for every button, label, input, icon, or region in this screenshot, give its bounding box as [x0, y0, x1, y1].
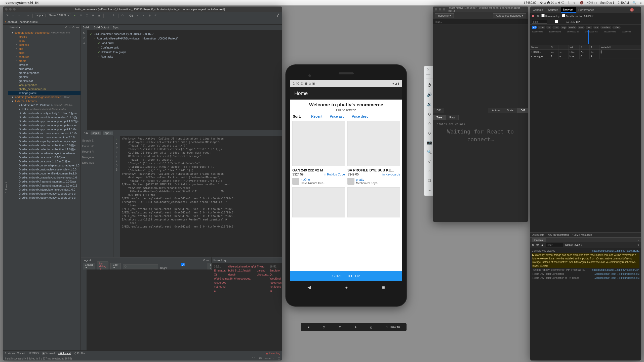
tree-row[interactable]: ▸External Libraries: [8, 99, 80, 103]
hide-data-urls-check[interactable]: Hide data URLs: [549, 20, 582, 24]
tree-row[interactable]: Gradle: androidx.interpolator:interpolat…: [8, 188, 80, 192]
emu-side-button[interactable]: □: [426, 177, 432, 184]
emu-ctrl-button[interactable]: ⊙: [323, 325, 325, 329]
console-settings-icon[interactable]: ⚙: [637, 244, 639, 246]
phone-screen[interactable]: 2:40 ⚙ ⬢ ⊙ ▣ · ▾◢ ▮ Home Welcome to phat…: [290, 80, 402, 294]
product-image[interactable]: [347, 121, 400, 166]
expand-icon[interactable]: ⊟: [83, 41, 85, 44]
tree-row[interactable]: .gradle: [8, 35, 80, 39]
sort-recent[interactable]: Recent: [311, 114, 322, 118]
online-dd[interactable]: Online ▾: [584, 15, 594, 17]
project-panel-header[interactable]: Project ▾ ⊙ ÷ ⚙ —: [8, 25, 80, 30]
filter-pill[interactable]: Manifest: [600, 26, 611, 29]
eventlog-tab[interactable]: ◉ Event Log: [266, 352, 280, 355]
emu-ctrl-button[interactable]: ？ How to: [386, 325, 400, 329]
network-table[interactable]: NameS......Initi...S...T...Waterfall ▪ i…: [530, 45, 641, 59]
tree-row[interactable]: gradlew.bat: [8, 79, 80, 83]
profile-icon[interactable]: ⬡: [85, 13, 89, 18]
quick-action[interactable]: Search E: [82, 138, 112, 143]
tree-row[interactable]: Gradle: androidx.appcompat:appcompat-res…: [8, 123, 80, 127]
product-card[interactable]: GAN 249 2x2 V2 MS$24.59in Rubik's Cubeno…: [292, 121, 345, 185]
bluetooth-icon[interactable]: ᛒ: [568, 1, 570, 5]
autoselect-dd[interactable]: Autoselect instances ▾: [493, 13, 526, 18]
print-icon[interactable]: ⎙: [116, 164, 117, 167]
rerun-icon[interactable]: ↻: [83, 32, 85, 35]
nav-back-icon[interactable]: ◀: [307, 285, 311, 290]
menubar-time[interactable]: 2:40 AM: [618, 1, 629, 5]
tree-row[interactable]: Gradle: androidx.fragment:fragment:1.0.0…: [8, 179, 80, 184]
tree-row[interactable]: Gradle: androidx.appcompat:appcompat:1.1…: [8, 127, 80, 131]
tree-row[interactable]: Gradle: androidx.collection:collection:1…: [8, 147, 80, 151]
tree-row[interactable]: Gradle: androidx.arch.core:core-runtime:…: [8, 135, 80, 139]
tree-row[interactable]: Gradle: androidx.legacy:legacy-support-c…: [8, 192, 80, 196]
filter-pill[interactable]: JS: [546, 26, 551, 29]
build-output-tab[interactable]: Build Output: [94, 26, 109, 29]
debug-icon[interactable]: ⌑: [79, 13, 83, 18]
rerun-icon[interactable]: ▸: [116, 137, 117, 141]
run-config-selector[interactable]: app ▼: [35, 14, 46, 17]
nav-recent-icon[interactable]: ■: [382, 285, 385, 290]
run-icon[interactable]: ▸: [73, 13, 77, 18]
inspector-dd[interactable]: Inspector ▾: [435, 13, 454, 18]
as-titlebar[interactable]: phattv_ecommerce [~/Downloads/_informati…: [3, 7, 282, 12]
network-request-row[interactable]: ▪ index...2......RN...7...2...▍: [530, 50, 641, 54]
forward-icon[interactable]: →: [17, 13, 22, 18]
logcat-device-dd[interactable]: Emulat ▼: [83, 263, 95, 270]
network-tab[interactable]: Network: [561, 7, 576, 13]
tree-row[interactable]: Gradle: androidx.activity:activity:1.0.0…: [8, 111, 80, 115]
git-branch[interactable]: Git: master ⌄: [259, 357, 274, 360]
tree-row[interactable]: gradlew: [8, 75, 80, 79]
tree-row[interactable]: settings.gradle: [8, 91, 80, 95]
tree-row[interactable]: .project: [8, 63, 80, 67]
profiler-tab[interactable]: ⬡ Profiler: [74, 352, 85, 355]
back-icon[interactable]: ←: [11, 13, 16, 18]
tree-row[interactable]: Gradle: androidx.coordinatorlayout:coord…: [8, 151, 80, 155]
build-icon[interactable]: ↙: [26, 13, 30, 18]
nav-home-icon[interactable]: ●: [345, 285, 348, 290]
tree-row[interactable]: gradle.properties: [8, 71, 80, 75]
tree-row[interactable]: Gradle: androidx.arch.core:core-common:2…: [8, 131, 80, 135]
emu-side-button[interactable]: ○: [426, 168, 432, 174]
seller-avatar[interactable]: [292, 178, 299, 185]
tree-tab[interactable]: Tree: [433, 115, 446, 120]
tree-row[interactable]: Gradle: androidx.collection:collection:1…: [8, 143, 80, 147]
product-image[interactable]: [292, 121, 345, 166]
seller-name[interactable]: phattv: [356, 178, 379, 182]
tree-row[interactable]: ▸android [phattv_ecommerce]~/Downloads/_…: [8, 31, 80, 35]
filter-pill[interactable]: All: [532, 26, 537, 29]
build-line[interactable]: Load build1 s 443 ms: [90, 41, 282, 45]
tree-row[interactable]: Gradle: androidx.asynclayoutinflater:asy…: [8, 139, 80, 143]
build-line[interactable]: Configure build1 s 172 ms: [90, 45, 282, 50]
disable-cache-check[interactable]: Disable cache: [562, 14, 582, 18]
tree-row[interactable]: Gradle: androidx.documentfile:documentfi…: [8, 171, 80, 175]
project-tab[interactable]: 1: Project: [5, 182, 8, 193]
clear-icon[interactable]: 🗑: [115, 168, 118, 171]
notification-center-icon[interactable]: ≡: [640, 1, 641, 5]
console-close-icon[interactable]: ✕: [637, 239, 639, 242]
wifi-icon[interactable]: ᯤ: [573, 1, 576, 5]
filter-pill[interactable]: WS: [593, 26, 599, 29]
emu-ctrl-button[interactable]: ⬆: [339, 325, 341, 329]
window-controls[interactable]: [5, 8, 16, 11]
product-category[interactable]: in Keyboards: [382, 173, 400, 176]
logcat-hide-icon[interactable]: ⚙ —: [203, 259, 209, 262]
sources-tab[interactable]: Sources: [545, 7, 560, 13]
tree-row[interactable]: ▸captures: [8, 55, 80, 59]
sort-price-desc[interactable]: Price desc: [352, 114, 368, 118]
git-history-icon[interactable]: ⊙: [147, 13, 152, 18]
device-selector[interactable]: Nexus 5 API 29 ▼: [47, 14, 71, 17]
sync-icon[interactable]: ⟳: [120, 13, 125, 18]
emu-side-button[interactable]: ⋯: [426, 187, 432, 193]
emu-side-button[interactable]: 📷: [426, 139, 432, 145]
product-image[interactable]: [292, 187, 345, 217]
tree-row[interactable]: .idea: [8, 39, 80, 43]
stop-icon[interactable]: ■: [97, 13, 101, 18]
network-filter-input[interactable]: [532, 20, 547, 24]
emu-side-button[interactable]: 🔊: [426, 92, 432, 98]
emu-side-button[interactable]: ◁: [426, 158, 432, 164]
emu-ctrl-button[interactable]: ■: [307, 325, 309, 329]
git-commit-icon[interactable]: ✓: [141, 13, 146, 18]
tree-row[interactable]: Gradle: androidx.core:core:1.0.1@aar: [8, 155, 80, 159]
filter-pill[interactable]: CSS: [552, 26, 560, 29]
todo-tab[interactable]: ☑ TODO: [29, 352, 39, 355]
